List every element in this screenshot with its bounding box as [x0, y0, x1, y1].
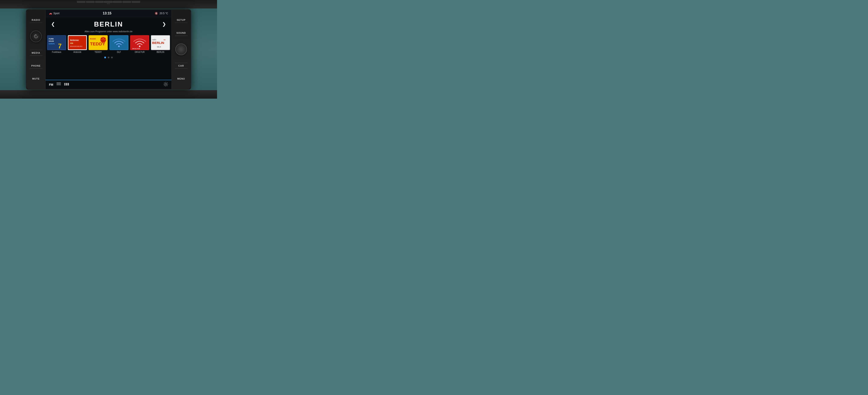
- drive-mode: Sport: [54, 12, 60, 15]
- station-title-row: ❮ BERLIN ❯: [45, 19, 172, 29]
- teddy-label: TEDDY: [95, 51, 102, 53]
- car-button[interactable]: CAR: [175, 62, 188, 69]
- next-station-button[interactable]: ❯: [160, 20, 168, 28]
- status-right: 🔇 20.5 °C: [155, 12, 168, 15]
- berlin-label: BERLIN: [157, 51, 164, 53]
- car-icon: 🚗: [49, 12, 52, 15]
- svg-rect-27: [57, 83, 61, 83]
- right-control-panel: SETUP SOUND CAR MENU: [172, 10, 191, 89]
- svg-rect-17: [110, 36, 128, 50]
- svg-text:EUROPA: EUROPA: [49, 43, 55, 44]
- svg-text:Antenne: Antenne: [70, 39, 79, 41]
- media-button[interactable]: MEDIA: [30, 50, 42, 56]
- power-button[interactable]: [30, 31, 42, 42]
- airbag-status: OFF: [107, 3, 110, 4]
- top-dashboard-bar: PASSENGER AIR BAG OFF: [0, 0, 217, 8]
- svg-text:BRANDENBURG: BRANDENBURG: [70, 45, 82, 47]
- infotainment-frame: RADIO MEDIA PHON: [26, 9, 191, 90]
- svg-text:HAUS: HAUS: [49, 40, 54, 42]
- station-tile-funkhaus[interactable]: FUNK HAUS EUROPA 7 Funkhaus: [47, 35, 66, 53]
- svg-point-16: [103, 37, 106, 40]
- radio-button[interactable]: RADIO: [30, 18, 42, 23]
- antenne-label: Antennb: [73, 51, 81, 53]
- svg-rect-31: [66, 83, 67, 85]
- svg-text:BERLIN: BERLIN: [152, 41, 164, 44]
- station-tile-antenne[interactable]: Antenne rbb BRANDENBURG Antennb: [68, 35, 87, 53]
- station-tiles: FUNK HAUS EUROPA 7 Funkhaus: [45, 33, 172, 55]
- volume-knob[interactable]: [175, 44, 187, 55]
- status-bar: 🚗 Sport 13:15 🔇 20.5 °C: [45, 10, 172, 17]
- svg-rect-33: [64, 84, 65, 85]
- fm-label[interactable]: FM: [49, 83, 53, 86]
- svg-rect-32: [68, 83, 69, 85]
- dot-2[interactable]: [108, 57, 110, 58]
- bottom-dashboard-bar: [0, 90, 217, 98]
- station-tile-berlin[interactable]: radio BERLIN rbb 88,8 BERLIN: [151, 35, 170, 53]
- dot-1[interactable]: [104, 57, 106, 58]
- funkhaus-label: Funkhaus: [52, 51, 61, 53]
- temperature: 20.5 °C: [160, 12, 168, 15]
- center-screen: 🚗 Sport 13:15 🔇 20.5 °C ❮ BERLIN ❯: [45, 10, 172, 89]
- svg-rect-29: [57, 85, 61, 85]
- sound-button[interactable]: SOUND: [175, 31, 188, 36]
- station-tile-dlf[interactable]: DLF: [110, 35, 128, 53]
- svg-text:rbb: rbb: [70, 42, 73, 44]
- menu-button[interactable]: MENU: [176, 76, 186, 81]
- station-list-button[interactable]: [64, 83, 69, 87]
- clock: 13:15: [103, 11, 112, 15]
- svg-text:radio: radio: [152, 38, 156, 40]
- svg-text:rbb: rbb: [163, 39, 165, 40]
- setup-button[interactable]: SETUP: [175, 18, 188, 23]
- station-subtitle: Alles zum Programm unter www.radioberlin…: [45, 29, 172, 33]
- toolbar-left: FM: [49, 83, 69, 87]
- pagination-dots: [45, 55, 172, 60]
- svg-text:88,8: 88,8: [157, 46, 161, 48]
- svg-text:FUNK: FUNK: [49, 37, 54, 40]
- current-station-name: BERLIN: [57, 20, 160, 28]
- dlf-label: DLF: [117, 51, 121, 53]
- mute-button[interactable]: MUTE: [31, 76, 41, 81]
- station-tile-teddy[interactable]: RADIO TEDDY TEDDY: [89, 35, 108, 53]
- main-content: ❮ BERLIN ❯ Alles zum Programm unter www.…: [45, 17, 172, 80]
- svg-text:DKULTUR: DKULTUR: [132, 48, 140, 50]
- svg-point-18: [118, 46, 120, 47]
- bottom-toolbar: FM: [45, 80, 172, 89]
- dot-3[interactable]: [111, 57, 113, 58]
- svg-text:RADIO: RADIO: [90, 37, 96, 40]
- svg-point-34: [165, 83, 166, 85]
- prev-station-button[interactable]: ❮: [49, 20, 57, 28]
- svg-rect-28: [57, 84, 61, 84]
- list-view-button[interactable]: [57, 83, 61, 87]
- svg-point-15: [100, 37, 103, 40]
- svg-point-20: [139, 46, 141, 47]
- station-tile-dkultur[interactable]: DKULTUR DKULTUR: [130, 35, 149, 53]
- volume-icon: 🔇: [155, 12, 158, 15]
- dkultur-label: DKULTUR: [135, 51, 145, 53]
- top-vent: [77, 1, 140, 3]
- svg-text:7: 7: [58, 42, 62, 50]
- status-left: 🚗 Sport: [49, 12, 60, 15]
- left-control-panel: RADIO MEDIA PHON: [27, 10, 45, 89]
- phone-button[interactable]: PHONE: [30, 63, 42, 69]
- settings-button[interactable]: [163, 82, 168, 87]
